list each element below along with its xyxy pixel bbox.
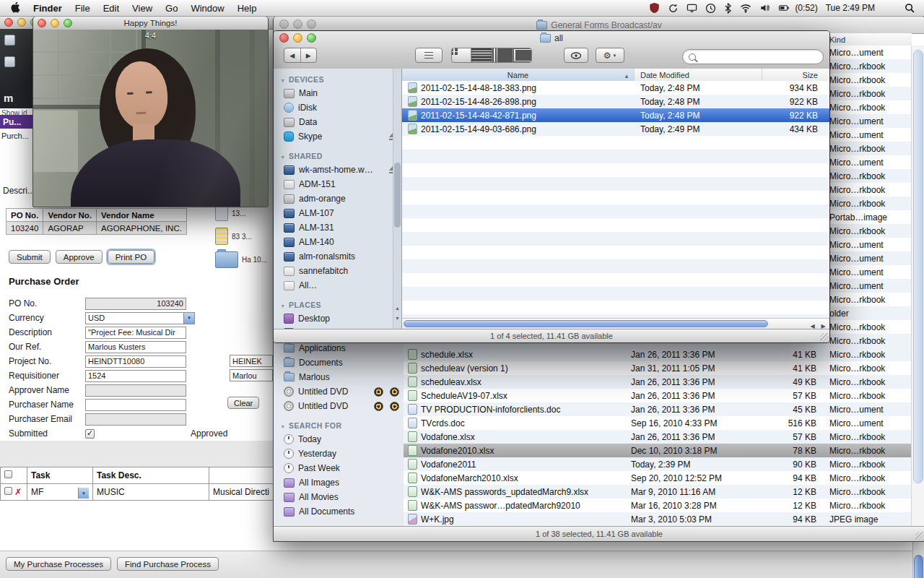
volume-icon[interactable] bbox=[759, 3, 770, 13]
row-checkbox[interactable] bbox=[4, 487, 12, 495]
sidebar-item[interactable]: Data bbox=[274, 115, 401, 129]
menu-clock[interactable]: Tue 2:49 PM bbox=[826, 3, 875, 13]
back-button[interactable] bbox=[284, 48, 301, 62]
quick-look-button[interactable] bbox=[564, 48, 588, 63]
sidebar-search-item[interactable]: All Documents bbox=[274, 504, 404, 519]
window-controls[interactable] bbox=[279, 33, 316, 43]
file-row[interactable]: Vodafone2010.xlsx Dec 10, 2010 3:18 PM 7… bbox=[404, 444, 912, 457]
attachment-item[interactable]: 13... bbox=[215, 205, 273, 221]
file-row[interactable]: Vodafone2011 Today, 2:39 PM 90 KB Micro…… bbox=[404, 457, 912, 471]
field-extra-input[interactable]: HEINEK bbox=[230, 355, 273, 367]
file-row[interactable]: 2011-02-15-14-48-42-871.png Today, 2:48 … bbox=[402, 108, 829, 122]
battery-time[interactable]: (0:52) bbox=[795, 3, 817, 13]
disclosure-triangle-icon[interactable] bbox=[279, 301, 287, 309]
sidebar-scrollbar[interactable] bbox=[393, 69, 401, 329]
name-column-header[interactable]: Name bbox=[402, 69, 635, 81]
zoom-button[interactable] bbox=[307, 20, 316, 29]
field-input[interactable] bbox=[85, 413, 186, 426]
front-finder-titlebar[interactable]: all bbox=[274, 31, 829, 46]
sidebar-item[interactable]: Marlous bbox=[274, 370, 404, 384]
file-row[interactable]: scheduleav.xlsx Jan 26, 2011 3:36 PM 49 … bbox=[404, 375, 912, 389]
sidebar-item[interactable]: ADM-151 bbox=[274, 177, 401, 191]
action-gear-button[interactable] bbox=[596, 48, 624, 63]
po-no-cell[interactable]: 103240 bbox=[6, 222, 43, 235]
file-row[interactable]: W&K-AMS passwor…pdatedMarch92010 Mar 16,… bbox=[404, 499, 912, 512]
portal-subtab[interactable]: Purch... bbox=[1, 131, 29, 140]
task-desc-cell[interactable]: MUSIC bbox=[93, 484, 209, 501]
video-window-titlebar[interactable]: Happy Things! bbox=[33, 17, 268, 30]
attachment-item[interactable]: Ha 10... bbox=[215, 251, 273, 268]
task-dropdown-arrow-icon[interactable] bbox=[78, 488, 89, 499]
form-action-button[interactable]: Print PO bbox=[108, 250, 154, 264]
disclosure-triangle-icon[interactable] bbox=[279, 75, 287, 84]
form-action-button[interactable]: Approve bbox=[56, 250, 103, 264]
bluetooth-icon[interactable] bbox=[724, 3, 732, 14]
task-code[interactable]: MF bbox=[31, 487, 43, 497]
file-row[interactable]: 2011-02-15-14-48-18-383.png Today, 2:48 … bbox=[402, 81, 829, 95]
menu-item[interactable]: Edit bbox=[103, 3, 119, 14]
file-row[interactable]: scheduleav (version 1) Jan 31, 2011 1:05… bbox=[404, 361, 912, 375]
menu-item[interactable]: Window bbox=[191, 3, 224, 14]
vendor-no-cell[interactable]: AGORAP bbox=[43, 222, 97, 235]
coverflow-view-button[interactable] bbox=[513, 48, 533, 62]
arrange-button[interactable] bbox=[415, 48, 443, 63]
minimize-button[interactable] bbox=[293, 20, 302, 29]
field-input[interactable]: USD bbox=[85, 312, 195, 324]
column-view-button[interactable] bbox=[492, 48, 513, 62]
menu-item[interactable]: Go bbox=[165, 3, 178, 14]
sidebar-item[interactable]: All… bbox=[274, 278, 401, 293]
sidebar-item[interactable]: ALM-140 bbox=[274, 235, 401, 249]
minimize-button[interactable] bbox=[293, 33, 302, 43]
task-data-row[interactable]: MF MUSIC Musical Directi bbox=[1, 484, 289, 501]
window-controls[interactable] bbox=[279, 20, 316, 29]
disclosure-triangle-icon[interactable] bbox=[279, 421, 287, 430]
field-input[interactable] bbox=[85, 399, 186, 411]
sidebar-scrollbar-thumb[interactable] bbox=[394, 163, 401, 228]
delete-row-icon[interactable] bbox=[14, 487, 22, 497]
file-row[interactable]: VodafoneMarch2010.xlsx Sep 20, 2010 12:5… bbox=[404, 471, 912, 485]
sidebar-search-item[interactable]: All Movies bbox=[274, 490, 404, 504]
field-input[interactable]: 1524 bbox=[85, 370, 186, 382]
burn-icon[interactable] bbox=[390, 387, 399, 397]
field-extra-input[interactable]: Marlou bbox=[230, 369, 273, 381]
clock-icon[interactable] bbox=[705, 3, 716, 14]
sidebar-search-item[interactable]: Past Week bbox=[274, 461, 404, 475]
zoom-button[interactable] bbox=[64, 19, 72, 27]
list-view-button[interactable] bbox=[471, 48, 492, 62]
file-row[interactable]: W&K-AMS passwords_updatedMarch9.xlsx Mar… bbox=[404, 485, 912, 499]
horizontal-scrollbar-thumb[interactable] bbox=[404, 320, 768, 327]
sidebar-item[interactable]: Main bbox=[274, 86, 401, 100]
menu-item[interactable]: Help bbox=[237, 3, 257, 14]
bottom-button[interactable]: My Purchase Processes bbox=[6, 557, 111, 571]
attachment-item[interactable]: 83 3... bbox=[215, 228, 273, 245]
back-finder-vertical-scrollbar[interactable] bbox=[911, 46, 924, 527]
field-input[interactable]: "Project Fee: Musical Dir bbox=[85, 327, 186, 339]
spotlight-icon[interactable] bbox=[905, 3, 915, 14]
sidebar-item[interactable]: Applications bbox=[274, 341, 404, 355]
dropdown-arrow-icon[interactable] bbox=[183, 313, 194, 324]
file-row[interactable]: Vodafone.xlsx Jan 26, 2011 3:36 PM 57 KB… bbox=[404, 430, 912, 444]
battery-icon[interactable] bbox=[778, 3, 790, 13]
menu-item[interactable]: View bbox=[132, 3, 152, 14]
file-row[interactable]: ScheduleAV19-07.xlsx Jan 26, 2011 3:36 P… bbox=[404, 389, 912, 402]
forward-button[interactable] bbox=[301, 48, 317, 62]
icon-view-button[interactable] bbox=[451, 48, 471, 62]
search-field[interactable] bbox=[682, 49, 824, 64]
burn-icon[interactable] bbox=[374, 402, 383, 411]
close-button[interactable] bbox=[4, 18, 13, 27]
burn-icon[interactable] bbox=[390, 402, 399, 411]
size-column-header[interactable]: Size bbox=[762, 69, 824, 81]
sidebar-search-item[interactable]: All Images bbox=[274, 475, 404, 490]
sidebar-item[interactable]: Documents bbox=[274, 355, 404, 370]
apple-menu-icon[interactable] bbox=[10, 1, 20, 15]
window-controls[interactable] bbox=[38, 19, 72, 27]
file-row[interactable]: TVcrds.doc Sep 16, 2010 4:33 PM 516 KB M… bbox=[404, 416, 912, 430]
kind-column-header[interactable]: Kind bbox=[824, 33, 912, 46]
form-action-button[interactable]: Submit bbox=[9, 250, 51, 264]
folder-proxy-icon[interactable] bbox=[536, 21, 547, 30]
close-button[interactable] bbox=[279, 20, 289, 29]
zoom-button[interactable] bbox=[307, 33, 316, 43]
sidebar-item[interactable]: Untitled DVD bbox=[274, 384, 404, 399]
sidebar-item[interactable]: Skype bbox=[274, 129, 401, 144]
select-all-checkbox[interactable] bbox=[4, 470, 12, 478]
